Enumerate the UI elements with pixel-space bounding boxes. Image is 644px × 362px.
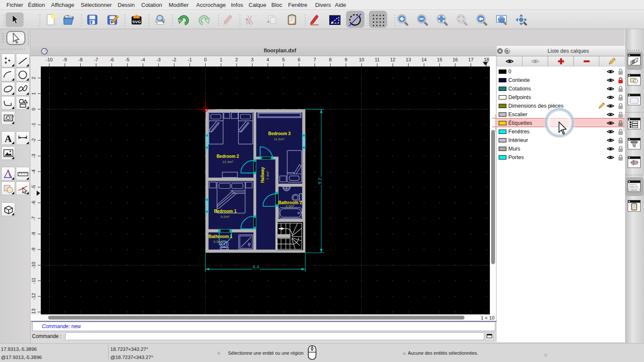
- svg-text:3.3m²: 3.3m²: [286, 204, 295, 208]
- svg-text:-12: -12: [31, 293, 36, 300]
- svg-text:2: 2: [235, 57, 238, 62]
- svg-text:-9: -9: [63, 57, 67, 62]
- svg-text:Bedroom 3: Bedroom 3: [268, 131, 291, 136]
- svg-text:0: 0: [31, 108, 36, 111]
- svg-text:-7: -7: [31, 216, 36, 220]
- svg-text:2: 2: [31, 77, 36, 79]
- svg-text:-7: -7: [94, 57, 98, 62]
- svg-text:7: 7: [313, 57, 316, 62]
- svg-text:15: 15: [437, 57, 442, 62]
- svg-text:Command: line: Command: line: [629, 184, 637, 185]
- svg-text:18: 18: [484, 57, 489, 62]
- svg-text:16: 16: [453, 57, 458, 62]
- svg-text:7.4m²: 7.4m²: [266, 171, 270, 180]
- svg-text:1: 1: [220, 57, 222, 62]
- svg-text:-4: -4: [141, 57, 145, 62]
- svg-text:1: 1: [31, 92, 36, 95]
- svg-text:Bedroom 1: Bedroom 1: [214, 209, 237, 214]
- svg-text:9: 9: [345, 57, 347, 62]
- svg-text:3: 3: [251, 57, 253, 62]
- svg-text:13: 13: [406, 57, 411, 62]
- svg-text:-8: -8: [79, 57, 83, 62]
- svg-text:0: 0: [204, 57, 207, 62]
- svg-text:-4: -4: [31, 169, 36, 174]
- svg-text:-8: -8: [31, 232, 36, 236]
- svg-text:14: 14: [421, 57, 426, 62]
- svg-text:-13: -13: [31, 308, 36, 315]
- svg-text:-9: -9: [31, 247, 36, 252]
- svg-text:Command: circle: Command: circle: [629, 185, 638, 187]
- svg-text:10: 10: [359, 57, 364, 62]
- svg-text:Coordinate: 10,40: Coordinate: 10,40: [629, 187, 638, 188]
- svg-text:-6: -6: [109, 57, 114, 62]
- svg-text:1 < 10: 1 < 10: [481, 315, 495, 320]
- svg-text:-1: -1: [31, 123, 36, 127]
- svg-text:Bedroom 2: Bedroom 2: [216, 154, 239, 159]
- svg-text:-6: -6: [31, 201, 36, 205]
- svg-text:9.2m²: 9.2m²: [221, 215, 230, 219]
- svg-text:-11: -11: [31, 278, 36, 284]
- svg-text:6.4: 6.4: [253, 264, 259, 269]
- svg-text:-5: -5: [125, 57, 130, 62]
- svg-text:5: 5: [282, 57, 285, 62]
- svg-text:8: 8: [329, 57, 331, 62]
- svg-text:-10: -10: [46, 57, 53, 62]
- svg-text:11.5m²: 11.5m²: [274, 137, 285, 141]
- svg-text:12: 12: [390, 57, 395, 62]
- svg-text:12.3m²: 12.3m²: [222, 160, 233, 164]
- svg-text:-10: -10: [31, 262, 36, 268]
- svg-text:Hallway: Hallway: [260, 167, 265, 183]
- svg-text:A: A: [5, 133, 12, 144]
- svg-text:11: 11: [375, 57, 380, 62]
- svg-text:Bathroom 1: Bathroom 1: [209, 234, 233, 239]
- svg-text:9.2: 9.2: [317, 178, 322, 184]
- svg-text:SVG: SVG: [132, 19, 141, 24]
- svg-text:17: 17: [468, 57, 474, 62]
- svg-text:-2: -2: [172, 57, 176, 62]
- svg-text:-1: -1: [188, 57, 192, 62]
- svg-text:-2: -2: [31, 138, 36, 142]
- svg-text:-5: -5: [31, 185, 36, 190]
- svg-text:6: 6: [298, 57, 301, 62]
- svg-text:-3: -3: [31, 154, 36, 158]
- svg-text:3.3m²: 3.3m²: [213, 240, 222, 244]
- svg-text:-3: -3: [156, 57, 161, 62]
- svg-text:4: 4: [267, 57, 269, 62]
- svg-text:> command: > command: [630, 189, 637, 191]
